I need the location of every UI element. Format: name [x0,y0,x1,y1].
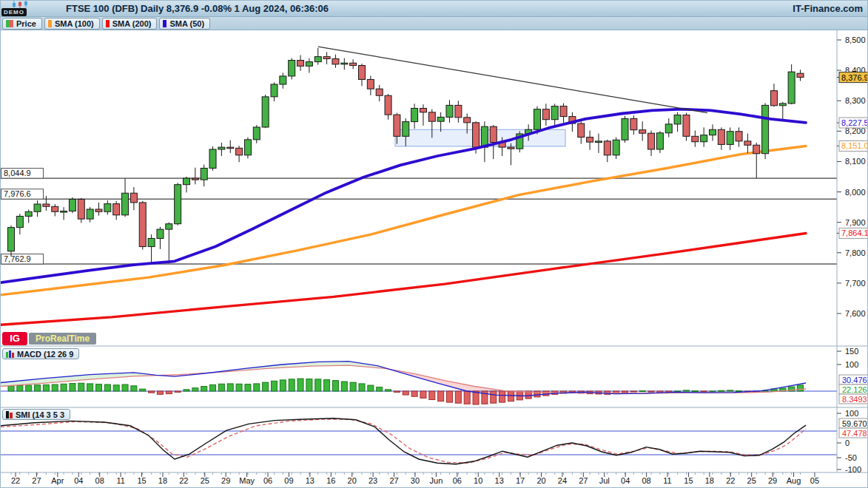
candle-up [674,115,681,124]
x-tick-label: 22 [11,476,20,485]
candle-up [788,72,795,104]
candle-down [578,123,585,137]
candle-up [656,133,663,149]
candle-down [332,58,339,64]
candle-up [595,141,602,143]
candle-up [551,106,558,120]
price-tick-label: 8,000 [845,188,866,197]
x-tick-label: 22 [179,476,188,485]
x-tick-label: 29 [768,476,777,485]
sma100-swatch-icon [48,20,52,27]
x-tick-label: 18 [705,476,714,485]
macd-histogram-bar [420,391,426,398]
macd-histogram-bar [140,389,146,391]
smi-value-label: 47.478 [842,429,867,438]
macd-histogram-bar [272,381,277,391]
ig-logo: IG [2,332,27,345]
macd-histogram-bar [359,384,365,391]
macd-histogram-bar [289,379,295,391]
candle-down [359,66,366,80]
macd-histogram-bar [368,385,374,391]
macd-histogram-bar [455,391,461,403]
candle-down [297,61,304,67]
x-tick-label: 15 [684,476,693,485]
x-tick-label: 13 [306,476,314,485]
macd-histogram-bar [701,391,707,392]
macd-histogram-bar [245,384,251,391]
x-tick-label: 11 [663,476,671,485]
x-tick-label: May [239,476,255,485]
legend-item-sma100[interactable]: SMA (100) [44,18,100,30]
macd-icon [6,350,14,358]
smi-icon [6,411,13,418]
candle-down [639,130,646,134]
candle-down [350,63,357,65]
x-tick-label: 10 [474,476,482,485]
candle-down [744,141,751,145]
price-tick-label: 8,100 [845,157,866,166]
macd-tick-label: 100 [845,360,858,369]
macd-histogram-bar [218,384,224,391]
smi-tick-label: 100 [845,409,858,418]
candle-down [52,206,58,211]
sma50-swatch-icon [163,20,166,27]
candle-up [244,140,251,155]
chart-area[interactable]: 8,044.97,976.67,762.98,5008,4008,3008,20… [1,30,868,487]
macd-histogram-bar [263,382,269,391]
candle-up [175,185,181,224]
macd-histogram-bar [122,384,128,391]
macd-histogram-bar [70,384,75,391]
macd-histogram-bar [683,390,689,391]
macd-histogram-bar [798,385,804,391]
candle-down [648,133,655,149]
candle-up [762,105,769,153]
x-tick-label: 05 [810,476,819,485]
x-tick-label: 29 [221,476,230,485]
legend-item-price[interactable]: Price [2,18,42,30]
candle-down [542,109,549,120]
chart-background [1,30,868,487]
macd-histogram-bar [403,391,408,395]
macd-histogram-bar [227,384,233,391]
macd-histogram-bar [543,391,549,396]
candle-down [394,115,400,136]
x-tick-label: 25 [201,476,209,485]
macd-histogram-bar [508,391,514,401]
macd-histogram-bar [315,379,321,391]
candle-down [508,147,514,149]
candle-down [587,138,593,143]
hline-label: 7,762.9 [4,254,31,263]
candle-down [770,91,777,106]
x-tick-label: Jul [599,476,610,485]
candle-down [113,204,120,215]
macd-histogram-bar [324,380,330,391]
candle-down [753,145,760,154]
candle-down [95,209,102,211]
legend-item-sma50[interactable]: SMA (50) [159,18,210,30]
macd-histogram-bar [332,381,338,391]
macd-histogram-bar [692,391,698,392]
macd-histogram-bar [438,391,444,401]
x-tick-label: 06 [453,476,462,485]
candle-up [16,216,23,227]
candle-down [473,123,480,147]
macd-histogram-bar [499,391,505,402]
smi-tick-label: -100 [845,465,861,474]
smi-tick-label: -50 [845,453,857,462]
macd-histogram-bar [411,391,417,396]
candle-down [139,203,146,247]
macd-histogram-bar [622,391,628,393]
brand-link[interactable]: IT-Finance.com [793,3,863,14]
macd-histogram-bar [280,380,286,391]
price-chart-canvas[interactable]: 8,044.97,976.67,762.98,5008,4008,3008,20… [1,30,868,487]
legend-item-sma200[interactable]: SMA (200) [102,18,158,30]
smi-indicator-button[interactable]: SMI (14 3 5 3 [2,409,70,420]
x-tick-label: 23 [369,476,377,485]
candle-up [341,63,348,64]
candle-up [701,135,707,142]
sma200-swatch-icon [106,20,110,27]
macd-indicator-button[interactable]: MACD (12 26 9 [2,348,79,359]
macd-histogram-bar [736,391,742,392]
candle-up [534,109,541,130]
macd-histogram-bar [648,391,654,392]
